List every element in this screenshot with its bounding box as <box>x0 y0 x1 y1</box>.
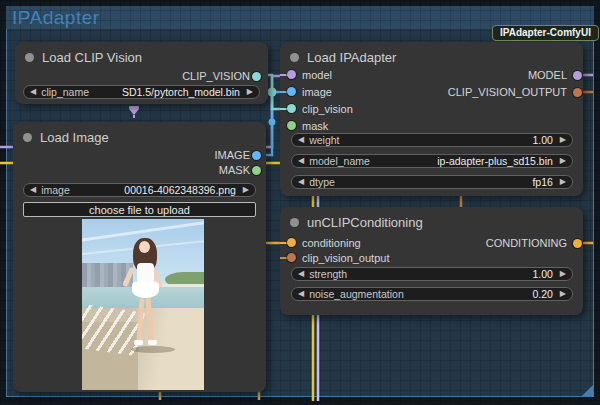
stepper-left-icon[interactable]: ◀ <box>298 157 304 165</box>
stepper-right-icon[interactable]: ▶ <box>560 178 566 186</box>
output-label-model: MODEL <box>528 69 567 81</box>
widget-image-file[interactable]: ◀ image 00016-4062348396.png ▶ <box>23 183 256 197</box>
output-slot-conditioning[interactable] <box>573 239 582 248</box>
input-slot-model[interactable] <box>287 70 296 79</box>
widget-value: 1.00 <box>532 134 552 146</box>
link-dot-image <box>269 119 276 126</box>
widget-value: ip-adapter-plus_sd15.bin <box>437 155 553 167</box>
link-dot-clip-vision <box>268 88 277 97</box>
widget-name: clip_name <box>41 86 89 98</box>
widget-dtype[interactable]: ◀ dtype fp16 ▶ <box>291 175 573 189</box>
input-label-mask: mask <box>302 120 328 132</box>
stepper-left-icon[interactable]: ◀ <box>30 186 36 194</box>
stepper-right-icon[interactable]: ▶ <box>560 136 566 144</box>
widget-weight[interactable]: ◀ weight 1.00 ▶ <box>291 133 573 147</box>
output-slot-clip-vision[interactable] <box>252 72 261 81</box>
widget-value: 1.00 <box>532 268 552 280</box>
widget-model-name[interactable]: ◀ model_name ip-adapter-plus_sd15.bin ▶ <box>291 154 573 168</box>
input-label-clip-vision-output: clip_vision_output <box>302 252 389 264</box>
node-header[interactable]: Load IPAdapter <box>290 50 396 65</box>
link-arrow-tail <box>133 115 135 118</box>
input-label-clip-vision: clip_vision <box>302 103 353 115</box>
stepper-left-icon[interactable]: ◀ <box>298 290 304 298</box>
preview-figure-shoe <box>148 340 157 345</box>
widget-name: weight <box>309 134 339 146</box>
widget-value: 00016-4062348396.png <box>124 184 236 196</box>
widget-name: strength <box>309 268 347 280</box>
widget-name: noise_augmentation <box>309 288 404 300</box>
node-title: Load IPAdapter <box>307 50 396 65</box>
widget-name: dtype <box>309 176 335 188</box>
input-slot-clip-vision[interactable] <box>287 104 296 113</box>
stepper-right-icon[interactable]: ▶ <box>247 88 253 96</box>
output-slot-image[interactable] <box>252 151 261 160</box>
node-load-ipadapter[interactable]: Load IPAdapter model image clip_vision m… <box>280 42 583 196</box>
stepper-left-icon[interactable]: ◀ <box>298 178 304 186</box>
input-slot-conditioning[interactable] <box>287 238 296 247</box>
node-title: Load CLIP Vision <box>42 50 142 65</box>
collapse-dot-icon[interactable] <box>290 218 299 227</box>
output-slot-model[interactable] <box>573 71 582 80</box>
output-label-clip-vision-output: CLIP_VISION_OUTPUT <box>448 86 567 98</box>
repo-badge: IPAdapter-ComfyUI <box>492 25 599 41</box>
input-slot-image[interactable] <box>287 87 296 96</box>
link-arrow-marker <box>129 106 139 118</box>
widget-noise-augmentation[interactable]: ◀ noise_augmentation 0.20 ▶ <box>291 287 573 301</box>
input-label-model: model <box>302 69 332 81</box>
widget-value: 0.20 <box>532 288 552 300</box>
output-slot-clip-vision-output[interactable] <box>573 88 582 97</box>
collapse-dot-icon[interactable] <box>290 53 299 62</box>
image-preview <box>82 219 204 390</box>
widget-value: SD1.5/pytorch_model.bin <box>122 86 240 98</box>
node-load-clip-vision[interactable]: Load CLIP Vision CLIP_VISION ◀ clip_name… <box>15 42 268 104</box>
widget-strength[interactable]: ◀ strength 1.00 ▶ <box>291 267 573 281</box>
node-header[interactable]: unCLIPConditioning <box>290 215 423 230</box>
output-label-image: IMAGE <box>215 149 250 161</box>
stepper-left-icon[interactable]: ◀ <box>30 88 36 96</box>
node-unclip-conditioning[interactable]: unCLIPConditioning conditioning clip_vis… <box>280 207 583 315</box>
input-slot-clip-vision-output[interactable] <box>287 253 296 262</box>
comfyui-canvas[interactable]: IPAdapter Load CLIP Vision CLIP_VISION <box>0 0 600 405</box>
input-slot-mask[interactable] <box>287 121 296 130</box>
node-header[interactable]: Load CLIP Vision <box>25 50 142 65</box>
choose-file-button[interactable]: choose file to upload <box>23 202 256 217</box>
node-load-image[interactable]: Load Image IMAGE MASK ◀ image 00016-4062… <box>13 122 266 392</box>
widget-name: model_name <box>309 155 370 167</box>
stepper-right-icon[interactable]: ▶ <box>560 270 566 278</box>
node-title: Load Image <box>40 130 109 145</box>
stepper-right-icon[interactable]: ▶ <box>243 186 249 194</box>
widget-clip-name[interactable]: ◀ clip_name SD1.5/pytorch_model.bin ▶ <box>23 85 260 99</box>
widget-value: fp16 <box>532 176 552 188</box>
node-title: unCLIPConditioning <box>307 215 423 230</box>
output-label-mask: MASK <box>219 164 250 176</box>
input-label-image: image <box>302 86 332 98</box>
stepper-right-icon[interactable]: ▶ <box>560 290 566 298</box>
widget-name: image <box>41 184 70 196</box>
output-label-clip-vision: CLIP_VISION <box>182 70 250 82</box>
stepper-left-icon[interactable]: ◀ <box>298 270 304 278</box>
stepper-left-icon[interactable]: ◀ <box>298 136 304 144</box>
output-label-conditioning: CONDITIONING <box>486 237 567 249</box>
node-header[interactable]: Load Image <box>23 130 109 145</box>
collapse-dot-icon[interactable] <box>23 133 32 142</box>
input-label-conditioning: conditioning <box>302 237 361 249</box>
preview-figure-shoe <box>134 340 143 345</box>
stepper-right-icon[interactable]: ▶ <box>560 157 566 165</box>
output-slot-mask[interactable] <box>252 166 261 175</box>
collapse-dot-icon[interactable] <box>25 53 34 62</box>
preview-figure-shadow <box>131 346 175 353</box>
